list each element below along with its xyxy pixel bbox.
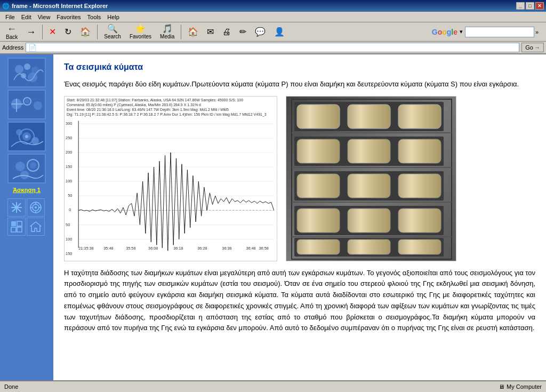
house-icon bbox=[29, 220, 42, 233]
go-arrow-icon: → bbox=[534, 44, 540, 51]
google-search-input[interactable] bbox=[465, 27, 534, 37]
thumb4-image bbox=[9, 155, 45, 182]
sidebar-icon-3[interactable] bbox=[7, 218, 26, 236]
edit-icon: ✏ bbox=[239, 28, 246, 36]
svg-text:200: 200 bbox=[66, 150, 72, 155]
search-icon: 🔍 bbox=[107, 25, 118, 33]
home-button[interactable]: 🏠 bbox=[76, 26, 94, 38]
media-button[interactable]: 🎵 Media bbox=[156, 23, 178, 41]
menu-file[interactable]: File bbox=[2, 13, 18, 21]
svg-rect-39 bbox=[11, 227, 16, 232]
go-button[interactable]: Go → bbox=[521, 43, 544, 52]
back-button[interactable]: ← Back bbox=[2, 22, 21, 42]
messenger-button[interactable]: 👤 bbox=[270, 26, 288, 38]
search-label: Search bbox=[104, 34, 121, 39]
minimize-button[interactable]: _ bbox=[516, 2, 525, 10]
svg-text:300: 300 bbox=[66, 121, 72, 126]
mail-button[interactable]: ✉ bbox=[203, 26, 218, 38]
menu-favorites[interactable]: Favorites bbox=[53, 13, 84, 21]
title-bar-left: 🌐 frame - Microsoft Internet Explorer bbox=[2, 3, 108, 10]
discuss-icon: 💬 bbox=[255, 28, 266, 36]
svg-text:36:48: 36:48 bbox=[246, 246, 255, 251]
svg-rect-0 bbox=[9, 59, 45, 86]
svg-text:36:28: 36:28 bbox=[197, 246, 207, 251]
forward-icon: → bbox=[26, 27, 36, 37]
window-controls[interactable]: _ □ ✕ bbox=[516, 2, 544, 10]
home-icon: 🏠 bbox=[80, 28, 91, 36]
sidebar-icon-2[interactable] bbox=[27, 198, 45, 217]
svg-point-16 bbox=[25, 135, 28, 138]
svg-rect-42 bbox=[65, 118, 277, 257]
svg-text:100: 100 bbox=[66, 236, 72, 241]
discuss-button[interactable]: 💬 bbox=[251, 26, 269, 38]
images-row: Start: 8/20/03 21:32:48 [11:07] Station:… bbox=[64, 96, 535, 261]
stop-button[interactable]: ✕ bbox=[45, 26, 60, 38]
favorites-button[interactable]: ⭐ Favorites bbox=[126, 23, 155, 41]
svg-point-29 bbox=[15, 206, 18, 209]
intro-text: Ένας σεισμός παράγει δύο είδη κυμάτων.Πρ… bbox=[64, 79, 535, 90]
svg-rect-87 bbox=[297, 174, 340, 198]
menu-edit[interactable]: Edit bbox=[18, 13, 35, 21]
svg-rect-80 bbox=[398, 105, 441, 129]
sep2 bbox=[97, 25, 98, 39]
sidebar-icon-1[interactable] bbox=[7, 198, 26, 217]
svg-text:100: 100 bbox=[66, 179, 72, 183]
expand-toolbar[interactable]: » bbox=[535, 29, 544, 35]
svg-rect-85 bbox=[398, 139, 441, 163]
menu-help[interactable]: Help bbox=[104, 13, 123, 21]
sep1 bbox=[42, 25, 43, 39]
svg-text:36:38: 36:38 bbox=[222, 246, 231, 251]
edit-button[interactable]: ✏ bbox=[236, 26, 250, 38]
svg-point-2 bbox=[24, 63, 30, 70]
content-area: Τα σεισμικά κύματα Ένας σεισμός παράγει … bbox=[53, 54, 546, 380]
favorites-label: Favorites bbox=[130, 34, 151, 39]
equipment-image bbox=[286, 96, 456, 261]
seismograph-chart: 300 250 200 150 100 50 0 50 100 150 bbox=[65, 118, 277, 257]
address-field[interactable]: M:\Vassilis Dimopoulos Files\lab_04_05\V… bbox=[37, 44, 517, 51]
svg-rect-78 bbox=[348, 105, 390, 129]
close-button[interactable]: ✕ bbox=[535, 2, 544, 10]
sidebar-thumb-1[interactable] bbox=[7, 58, 46, 87]
menu-tools[interactable]: Tools bbox=[84, 13, 105, 21]
svg-rect-92 bbox=[348, 209, 390, 233]
svg-point-20 bbox=[15, 162, 25, 171]
menu-view[interactable]: View bbox=[35, 13, 54, 21]
target-icon bbox=[29, 201, 42, 214]
sidebar-thumb-3[interactable] bbox=[7, 122, 46, 151]
svg-text:150: 150 bbox=[66, 164, 72, 169]
sidebar-thumb-2[interactable] bbox=[7, 90, 46, 119]
sidebar-thumb-4[interactable] bbox=[7, 154, 46, 183]
svg-text:35:58: 35:58 bbox=[126, 246, 135, 251]
thumb2-image bbox=[9, 91, 45, 118]
print-button[interactable]: 🖨 bbox=[219, 26, 235, 38]
forward-button[interactable]: → bbox=[22, 26, 39, 38]
status-bar: Done 🖥 My Computer bbox=[0, 380, 546, 392]
svg-point-23 bbox=[20, 171, 29, 179]
svg-rect-95 bbox=[297, 239, 340, 254]
svg-rect-93 bbox=[398, 209, 441, 233]
sep3 bbox=[181, 25, 181, 39]
search-button[interactable]: 🔍 Search bbox=[100, 23, 125, 41]
ie-logo-icon: 🌐 bbox=[2, 3, 10, 10]
refresh-button[interactable]: ↻ bbox=[61, 26, 75, 38]
history-icon: 🏠 bbox=[188, 28, 198, 36]
history-button[interactable]: 🏠 bbox=[184, 26, 202, 38]
svg-rect-91 bbox=[297, 209, 340, 233]
svg-rect-76 bbox=[297, 105, 340, 129]
google-logo: Google bbox=[432, 28, 457, 36]
equipment-svg bbox=[286, 97, 456, 261]
svg-rect-97 bbox=[398, 239, 441, 254]
maximize-button[interactable]: □ bbox=[526, 2, 534, 10]
svg-point-32 bbox=[35, 206, 37, 209]
sidebar-icon-4[interactable] bbox=[27, 218, 45, 236]
seismograph-image: Start: 8/20/03 21:32:48 [11:07] Station:… bbox=[64, 96, 277, 261]
svg-text:0: 0 bbox=[69, 207, 71, 212]
google-search: Google ▾ bbox=[432, 27, 534, 37]
stop-icon: ✕ bbox=[49, 28, 56, 36]
svg-text:150: 150 bbox=[66, 251, 72, 256]
sidebar-link[interactable]: Άσκηση 1 bbox=[12, 186, 42, 194]
svg-point-10 bbox=[34, 101, 42, 110]
mail-icon: ✉ bbox=[207, 28, 214, 36]
svg-text:36:08: 36:08 bbox=[148, 246, 158, 251]
page-icon: 📄 bbox=[28, 44, 37, 52]
